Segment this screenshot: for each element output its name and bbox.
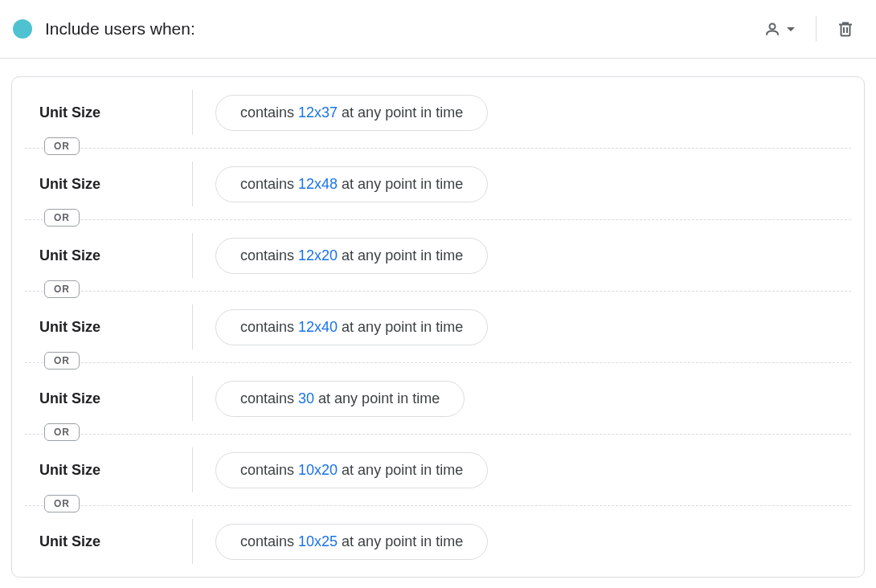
dimension-label[interactable]: Unit Size <box>12 104 192 121</box>
chip-value: 12x20 <box>298 247 338 264</box>
condition-row: Unit Size contains 12x40 at any point in… <box>12 292 864 362</box>
condition-row: Unit Size contains 12x20 at any point in… <box>12 220 864 291</box>
chip-prefix: contains <box>240 533 298 550</box>
dashed-line <box>25 148 851 149</box>
condition-cell: contains 10x20 at any point in time <box>193 452 864 488</box>
chip-prefix: contains <box>240 104 298 121</box>
or-divider: OR <box>12 219 864 220</box>
chevron-down-icon <box>787 27 795 31</box>
condition-chip[interactable]: contains 12x37 at any point in time <box>215 95 488 131</box>
dashed-line <box>25 362 851 363</box>
dimension-label[interactable]: Unit Size <box>12 462 192 479</box>
chip-value: 10x25 <box>298 533 338 550</box>
header-title: Include users when: <box>45 19 756 39</box>
dimension-label[interactable]: Unit Size <box>12 176 192 193</box>
condition-cell: contains 12x20 at any point in time <box>193 238 864 274</box>
delete-button[interactable] <box>831 14 860 43</box>
dimension-label[interactable]: Unit Size <box>12 533 192 550</box>
dashed-line <box>25 291 851 292</box>
or-divider: OR <box>12 291 864 292</box>
condition-chip[interactable]: contains 10x20 at any point in time <box>215 452 488 488</box>
or-divider: OR <box>12 362 864 363</box>
dimension-label[interactable]: Unit Size <box>12 247 192 264</box>
chip-suffix: at any point in time <box>338 247 463 264</box>
chip-suffix: at any point in time <box>338 462 463 479</box>
or-badge: OR <box>44 137 80 155</box>
condition-cell: contains 10x25 at any point in time <box>193 524 864 560</box>
or-badge: OR <box>44 423 80 441</box>
or-divider: OR <box>12 505 864 506</box>
condition-row: Unit Size contains 12x37 at any point in… <box>12 77 864 148</box>
chip-suffix: at any point in time <box>314 390 440 407</box>
condition-row: Unit Size contains 12x48 at any point in… <box>12 149 864 219</box>
dashed-line <box>25 505 851 506</box>
condition-row: Unit Size contains 10x20 at any point in… <box>12 435 864 505</box>
condition-chip[interactable]: contains 12x20 at any point in time <box>215 238 488 274</box>
dimension-label[interactable]: Unit Size <box>12 319 192 336</box>
condition-row: Unit Size contains 30 at any point in ti… <box>12 363 864 434</box>
chip-value: 12x40 <box>298 319 338 336</box>
chip-suffix: at any point in time <box>338 533 463 550</box>
chip-suffix: at any point in time <box>338 176 463 193</box>
condition-cell: contains 12x40 at any point in time <box>193 309 864 345</box>
or-badge: OR <box>44 280 80 298</box>
chip-prefix: contains <box>240 176 298 193</box>
chip-prefix: contains <box>240 390 298 407</box>
chip-value: 30 <box>298 390 314 407</box>
or-divider: OR <box>12 434 864 435</box>
vertical-divider <box>816 16 817 42</box>
dashed-line <box>25 219 851 220</box>
chip-prefix: contains <box>240 247 298 264</box>
condition-chip[interactable]: contains 10x25 at any point in time <box>215 524 488 560</box>
chip-value: 12x37 <box>298 104 338 121</box>
or-badge: OR <box>44 209 80 227</box>
condition-cell: contains 12x37 at any point in time <box>193 95 864 131</box>
chip-value: 12x48 <box>298 176 338 193</box>
audience-header: Include users when: <box>0 0 876 59</box>
chip-suffix: at any point in time <box>338 104 463 121</box>
scope-selector-button[interactable] <box>756 14 801 43</box>
chip-value: 10x20 <box>298 462 338 479</box>
dimension-label[interactable]: Unit Size <box>12 390 192 407</box>
condition-cell: contains 12x48 at any point in time <box>193 166 864 202</box>
condition-chip[interactable]: contains 30 at any point in time <box>215 381 465 417</box>
person-icon <box>763 19 782 39</box>
header-actions <box>756 14 860 43</box>
chip-suffix: at any point in time <box>338 319 463 336</box>
or-badge: OR <box>44 495 80 512</box>
or-badge: OR <box>44 352 80 370</box>
conditions-card: Unit Size contains 12x37 at any point in… <box>11 76 865 578</box>
dashed-line <box>25 434 851 435</box>
chip-prefix: contains <box>240 319 298 336</box>
chip-prefix: contains <box>240 462 298 479</box>
audience-color-dot <box>13 19 32 39</box>
condition-chip[interactable]: contains 12x48 at any point in time <box>215 166 488 202</box>
condition-chip[interactable]: contains 12x40 at any point in time <box>215 309 488 345</box>
condition-cell: contains 30 at any point in time <box>193 381 864 417</box>
condition-row: Unit Size contains 10x25 at any point in… <box>12 506 864 577</box>
or-divider: OR <box>12 148 864 149</box>
trash-icon <box>836 19 855 39</box>
